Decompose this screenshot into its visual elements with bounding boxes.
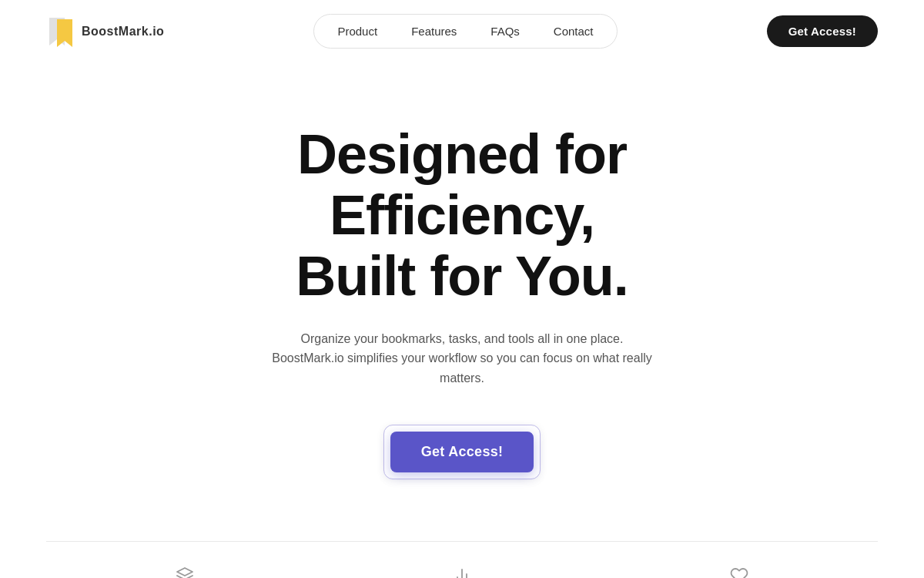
hero-title: Designed for Efficiency, Built for You. <box>162 124 762 307</box>
bar-chart-icon <box>453 566 471 578</box>
header: BoostMark.io Product Features FAQs Conta… <box>0 0 924 62</box>
feature-item-dock: Quick Access Dock <box>662 566 816 578</box>
features-row: One-Click Bookmarking To-Dos and Notes Q… <box>0 542 924 578</box>
logo-text: BoostMark.io <box>82 25 164 39</box>
logo: BoostMark.io <box>46 15 164 49</box>
main-nav: Product Features FAQs Contact <box>313 14 617 49</box>
feature-item-bookmarking: One-Click Bookmarking <box>108 566 262 578</box>
layers-icon <box>176 566 194 578</box>
nav-item-contact[interactable]: Contact <box>537 19 611 43</box>
hero-cta-wrapper: Get Access! <box>383 425 541 479</box>
nav-item-product[interactable]: Product <box>320 19 394 43</box>
heart-icon <box>730 566 748 578</box>
svg-marker-0 <box>177 568 192 576</box>
hero-section: Designed for Efficiency, Built for You. … <box>0 62 924 510</box>
logo-icon <box>46 15 77 49</box>
header-get-access-button[interactable]: Get Access! <box>767 15 878 47</box>
nav-item-faqs[interactable]: FAQs <box>474 19 537 43</box>
hero-get-access-button[interactable]: Get Access! <box>390 432 534 472</box>
nav-item-features[interactable]: Features <box>394 19 474 43</box>
feature-item-todos: To-Dos and Notes <box>385 566 539 578</box>
hero-subtitle: Organize your bookmarks, tasks, and tool… <box>270 329 654 388</box>
